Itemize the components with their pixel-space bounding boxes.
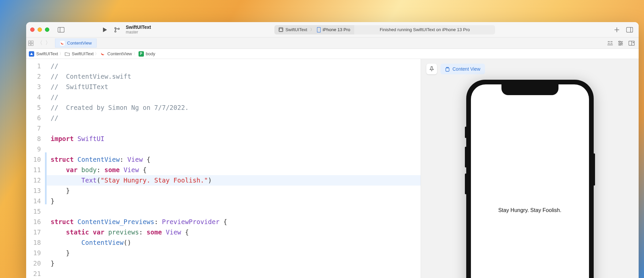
svg-rect-6 [317,27,320,32]
chevron-right-icon: 〉 [133,51,137,56]
preview-struct-icon [445,67,450,72]
scheme-selector[interactable]: SwiftUIText 〉 iPhone 13 Pro [274,25,354,34]
property-icon: P [139,51,144,57]
preview-canvas[interactable]: Content View Stay Hungry. Stay Foolish. [421,59,639,278]
jumpbar-label: body [146,51,155,56]
window-close-button[interactable] [30,27,35,32]
app-target-icon [278,27,283,32]
tabbar: 〈 〉 ContentView [26,38,639,49]
svg-rect-14 [31,44,33,46]
preview-tag-label: Content View [452,66,480,72]
jumpbar-label: ContentView [107,51,132,56]
svg-point-2 [115,27,116,29]
toggle-navigator-button[interactable] [56,25,66,35]
chevron-right-icon: 〉 [95,51,99,56]
svg-point-3 [115,31,116,32]
build-status: Finished running SwiftUIText on iPhone 1… [354,25,495,34]
xcode-window: SwiftUIText master SwiftUIText 〉 iPhone … [26,22,639,278]
line-number-gutter: 123456789101112131415161718192021 [26,59,45,278]
svg-rect-12 [31,41,33,43]
add-editor-button[interactable] [629,41,637,46]
svg-rect-13 [29,44,31,46]
code-editor[interactable]: 123456789101112131415161718192021 //// C… [26,59,421,278]
app-icon [29,51,34,57]
preview-tag[interactable]: Content View [440,64,485,74]
svg-point-18 [619,41,620,42]
window-minimize-button[interactable] [38,27,42,32]
tab-label: ContentView [67,41,92,46]
svg-point-20 [619,44,621,46]
swift-file-icon [60,41,65,46]
titlebar: SwiftUIText master SwiftUIText 〉 iPhone … [26,22,639,38]
svg-point-19 [621,43,622,44]
device-notch [501,84,558,95]
svg-rect-25 [446,68,449,71]
scheme-status-bar: SwiftUIText 〉 iPhone 13 Pro Finished run… [274,25,495,34]
chevron-right-icon: 〉 [59,51,63,56]
device-screen: Stay Hungry. Stay Foolish. [471,84,589,278]
device-preview-iphone: Stay Hungry. Stay Foolish. [466,80,594,278]
toggle-inspectors-button[interactable] [625,25,635,35]
jumpbar-item-symbol[interactable]: P body [139,51,155,57]
project-title[interactable]: SwiftUIText master [126,25,151,34]
related-items-icon[interactable] [28,41,36,46]
device-icon [317,27,321,32]
build-status-text: Finished running SwiftUIText on iPhone 1… [380,27,470,32]
svg-rect-9 [627,27,633,32]
jumpbar-item-project[interactable]: SwiftUIText [29,51,58,57]
nav-back-button[interactable]: 〈 [36,40,44,47]
scheme-device: iPhone 13 Pro [323,27,350,32]
project-name: SwiftUIText [126,25,151,30]
folder-icon [64,51,70,57]
pin-preview-button[interactable] [426,64,437,74]
swift-file-icon [100,51,105,57]
main-split: 123456789101112131415161718192021 //// C… [26,59,639,278]
traffic-lights [30,27,49,32]
preview-text: Stay Hungry. Stay Foolish. [498,207,561,213]
source-control-branch-icon[interactable] [113,25,121,35]
svg-rect-11 [29,41,31,43]
svg-point-4 [118,28,119,29]
toggle-authors-button[interactable] [607,41,615,46]
nav-forward-button[interactable]: 〉 [44,40,52,47]
jumpbar-item-folder[interactable]: SwiftUIText [64,51,94,57]
chevron-right-icon: 〉 [309,27,315,32]
adjust-editor-button[interactable] [618,41,626,46]
tab-contentview[interactable]: ContentView [55,39,97,48]
svg-rect-0 [58,27,64,32]
window-zoom-button[interactable] [45,27,49,32]
jumpbar-item-file[interactable]: ContentView [100,51,132,57]
jumpbar-label: SwiftUIText [36,51,58,56]
jumpbar-label: SwiftUIText [72,51,94,56]
project-branch: master [126,30,151,34]
run-button[interactable] [100,25,110,35]
scheme-target: SwiftUIText [285,27,307,32]
jumpbar[interactable]: SwiftUIText 〉 SwiftUIText 〉 ContentView … [26,49,639,59]
code-content[interactable]: //// ContentView.swift// SwiftUIText////… [47,59,421,278]
library-button[interactable] [612,25,622,35]
